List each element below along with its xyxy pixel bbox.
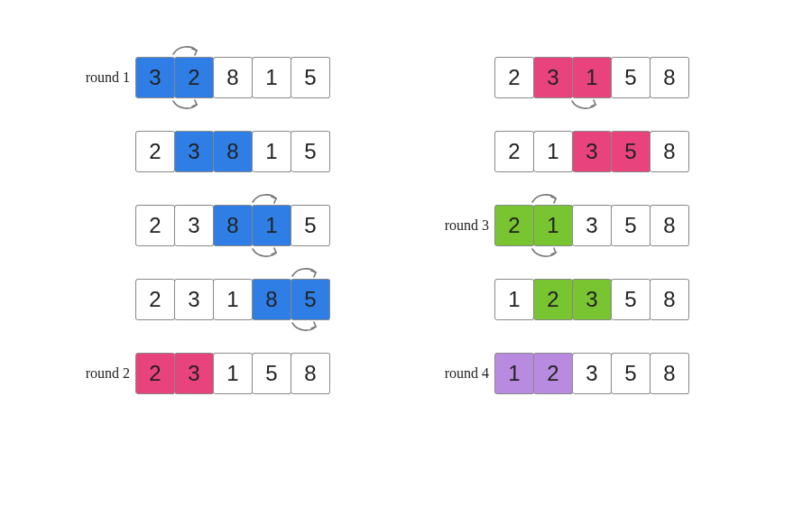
cell: 5 [291, 131, 330, 172]
cell: 1 [533, 205, 573, 246]
cell: 1 [533, 131, 573, 172]
cell: 3 [174, 131, 214, 172]
cells: 23185 [135, 279, 329, 320]
cell: 5 [611, 57, 651, 98]
cell: 3 [572, 279, 612, 320]
cells: 23158 [494, 57, 688, 98]
array-state-r1s4: 23185 [135, 278, 329, 321]
cell: 1 [252, 57, 291, 98]
cells: 23158 [135, 353, 329, 394]
cell: 1 [494, 353, 534, 394]
cell: 2 [494, 205, 534, 246]
cell: 5 [611, 131, 651, 172]
swap-arrow-bottom [170, 96, 202, 114]
cell: 5 [291, 57, 330, 98]
cell: 1 [213, 353, 253, 394]
cell: 8 [650, 353, 689, 394]
array-state-r1s3: 23815 [135, 204, 329, 247]
cell: 8 [650, 205, 689, 246]
cell: 1 [494, 279, 534, 320]
cell: 8 [291, 353, 330, 394]
cell: 1 [252, 131, 291, 172]
array-state-r2s3: 21358 [494, 130, 688, 173]
cell: 3 [572, 353, 612, 394]
swap-arrow-bottom [568, 96, 601, 114]
cell: 2 [494, 131, 534, 172]
cell: 2 [135, 205, 175, 246]
cells: 23815 [135, 205, 329, 246]
cell: 3 [572, 205, 612, 246]
cell: 2 [135, 279, 175, 320]
array-state-r1s2: 23815 [135, 130, 329, 173]
array-state-r3s1: round 321358 [494, 204, 688, 247]
cells: 21358 [494, 205, 688, 246]
array-state-r2s2: 23158 [494, 56, 688, 99]
cell: 5 [291, 279, 330, 320]
cell: 2 [494, 57, 534, 98]
cell: 8 [213, 205, 253, 246]
round-label: round 4 [426, 365, 489, 382]
array-state-r1s1: round 132815 [135, 56, 329, 99]
swap-arrow-bottom [289, 318, 321, 336]
cell: 3 [174, 353, 214, 394]
array-state-r2s1: round 223158 [135, 352, 329, 395]
cells: 12358 [494, 353, 688, 394]
cells: 12358 [494, 279, 688, 320]
cell: 3 [533, 57, 573, 98]
cells: 21358 [494, 131, 688, 172]
cell: 3 [572, 131, 612, 172]
round-label: round 1 [67, 69, 130, 86]
left-column: round 132815 2381523815 23185 round 2231… [135, 56, 329, 395]
array-state-r4s1: round 412358 [494, 352, 688, 395]
cell: 8 [650, 57, 689, 98]
right-column: 23158 21358round 321358 12358round 41235… [494, 56, 688, 395]
cell: 8 [252, 279, 291, 320]
cell: 2 [533, 353, 573, 394]
cells: 23815 [135, 131, 329, 172]
cell: 1 [252, 205, 291, 246]
cell: 8 [213, 57, 253, 98]
cell: 1 [213, 279, 253, 320]
cell: 2 [135, 353, 175, 394]
swap-arrow-bottom [529, 244, 561, 262]
cell: 5 [291, 205, 330, 246]
cell: 3 [174, 205, 214, 246]
round-label: round 3 [426, 217, 489, 234]
cell: 5 [611, 205, 651, 246]
cell: 2 [135, 131, 175, 172]
cell: 8 [213, 131, 253, 172]
cell: 3 [174, 279, 214, 320]
cell: 8 [650, 131, 689, 172]
swap-arrow-bottom [249, 244, 281, 262]
cell: 1 [572, 57, 612, 98]
cell: 5 [611, 353, 651, 394]
cell: 2 [174, 57, 214, 98]
cell: 2 [533, 279, 573, 320]
cell: 8 [650, 279, 689, 320]
round-label: round 2 [67, 365, 130, 382]
cell: 3 [135, 57, 175, 98]
array-state-r3s2: 12358 [494, 278, 688, 321]
cell: 5 [252, 353, 291, 394]
cells: 32815 [135, 57, 329, 98]
cell: 5 [611, 279, 651, 320]
